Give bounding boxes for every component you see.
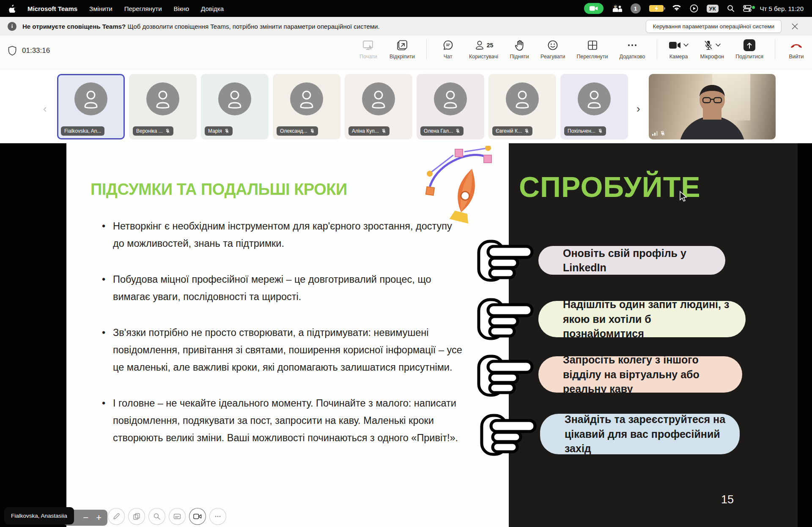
scroll-right-icon[interactable]: › xyxy=(636,102,640,115)
chevron-down-icon[interactable] xyxy=(683,43,689,47)
try-title: СПРОБУЙТЕ xyxy=(519,170,701,203)
slide-title: ПІДСУМКИ ТА ПОДАЛЬШІ КРОКИ xyxy=(91,180,347,199)
react-button[interactable]: Реагувати xyxy=(540,39,565,60)
participant-tile[interactable]: Олександ... xyxy=(273,74,340,139)
avatar xyxy=(290,82,323,115)
camera-in-use-indicator[interactable] xyxy=(584,3,604,14)
pointing-hand-icon xyxy=(474,350,537,401)
mic-muted-icon xyxy=(455,128,460,134)
shared-screen-stage: ПІДСУМКИ ТА ПОДАЛЬШІ КРОКИ Нетворкінг є … xyxy=(0,143,812,527)
participant-name: Fialkovska, An... xyxy=(64,128,101,134)
camera-button[interactable]: Камера xyxy=(669,39,689,60)
mic-muted-icon xyxy=(660,131,665,136)
info-icon: i xyxy=(8,22,16,31)
toolbar-divider xyxy=(775,39,775,60)
participant-tile[interactable]: Євгеній К... xyxy=(488,74,556,139)
pen-tool-button[interactable] xyxy=(108,508,125,525)
manage-os-settings-button[interactable]: Керування параметрами операційної систем… xyxy=(646,20,782,33)
unpin-button[interactable]: Відкріпити xyxy=(390,39,415,60)
play-circle-icon[interactable] xyxy=(690,4,698,13)
close-banner-icon[interactable] xyxy=(787,19,802,33)
notification-count-badge[interactable]: 1 xyxy=(631,3,641,14)
menu-help[interactable]: Довідка xyxy=(201,5,224,12)
camera-icon xyxy=(669,40,681,50)
meeting-timer: 01:33:16 xyxy=(22,46,50,55)
magnifier-button[interactable] xyxy=(148,508,165,525)
participant-name: Вероніка ... xyxy=(136,128,163,134)
mic-muted-icon xyxy=(225,128,229,134)
video-toggle-button[interactable] xyxy=(189,508,206,525)
participant-tile[interactable]: Вероніка ... xyxy=(129,74,197,139)
presenter-video-tile[interactable] xyxy=(649,74,776,139)
battery-charging-icon[interactable] xyxy=(649,5,664,12)
apple-logo-icon[interactable] xyxy=(8,4,16,13)
toolbar-divider xyxy=(657,39,657,60)
avatar xyxy=(362,82,395,115)
mic-muted-icon xyxy=(703,40,713,51)
participant-name: Аліна Куп... xyxy=(352,128,379,134)
participant-tile[interactable]: Олена Гал... xyxy=(417,74,484,139)
leave-button[interactable]: Вийти xyxy=(787,39,806,60)
meeting-toolbar: 01:33:16 Почати Відкріпити Чат xyxy=(0,35,812,69)
popout-icon xyxy=(396,39,408,52)
participants-button[interactable]: 25 Користувачі xyxy=(469,39,498,60)
participant-name: Олександ... xyxy=(280,128,307,134)
search-icon[interactable] xyxy=(727,5,735,12)
more-button[interactable]: Додатково xyxy=(620,39,645,60)
menu-view[interactable]: Переглянути xyxy=(124,5,162,12)
participant-tile[interactable]: Fialkovska, An... xyxy=(57,74,125,139)
screen-share-icon xyxy=(362,39,374,52)
copy-slides-button[interactable] xyxy=(128,508,145,525)
participant-name: Марія xyxy=(208,128,222,134)
raise-hand-button[interactable]: Підняти xyxy=(510,39,529,60)
mic-muted-icon xyxy=(598,128,603,134)
menubar-app-name[interactable]: Microsoft Teams xyxy=(27,5,77,12)
share-button[interactable]: Поділитися xyxy=(735,39,763,60)
microphone-button[interactable]: Мікрофон xyxy=(700,39,724,60)
slide-bullet: І головне – не чекайте ідеального момент… xyxy=(102,395,465,447)
menu-window[interactable]: Вікно xyxy=(174,5,189,12)
chat-icon xyxy=(442,39,454,52)
grid-view-icon xyxy=(587,39,598,52)
zoom-in-button[interactable]: + xyxy=(96,512,102,523)
participant-filmstrip: ‹ Fialkovska, An... Вероніка ... Марія xyxy=(0,69,812,143)
participant-name: Олена Гал... xyxy=(424,128,453,134)
participant-name: Похільчен... xyxy=(568,128,595,134)
slide-bullet: Нетворкінг є необхідним інструментом для… xyxy=(102,218,465,252)
pill-text: Запросіть колегу з іншого відділу на вір… xyxy=(563,352,730,396)
pointing-hand-icon xyxy=(474,235,537,286)
react-smiley-icon xyxy=(547,39,558,52)
slide-bullet-list: Нетворкінг є необхідним інструментом для… xyxy=(102,218,465,465)
chevron-down-icon[interactable] xyxy=(715,43,721,47)
banner-text: Не отримуєте сповіщень Teams? Щоб дозвол… xyxy=(22,23,380,30)
keyboard-layout-indicator[interactable]: УК xyxy=(707,5,719,13)
wifi-icon[interactable] xyxy=(672,5,681,12)
mic-muted-icon xyxy=(310,128,315,134)
toolbar-divider xyxy=(426,39,427,60)
avatar xyxy=(578,82,611,115)
zoom-out-button[interactable]: − xyxy=(83,512,88,523)
participant-tile[interactable]: Похільчен... xyxy=(560,74,628,139)
teams-status-icon[interactable]: T xyxy=(612,4,622,13)
avatar xyxy=(146,82,179,115)
menubar-clock[interactable]: Чт 5 бер. 11:20 xyxy=(760,5,804,12)
view-button[interactable]: Переглянути xyxy=(576,39,608,60)
banner-title: Не отримуєте сповіщень Teams? xyxy=(22,23,126,30)
slide-bullet: Побудова міцної професійної мережі – це … xyxy=(102,271,465,306)
network-bars-icon xyxy=(652,131,658,136)
shield-icon xyxy=(8,46,17,56)
scroll-left-icon[interactable]: ‹ xyxy=(43,102,47,115)
menu-edit[interactable]: Змінити xyxy=(89,5,112,12)
pointing-hand-icon xyxy=(477,410,540,460)
control-center-icon[interactable] xyxy=(743,5,752,12)
banner-message: Щоб дозволити сповіщення Teams, потрібно… xyxy=(127,23,379,30)
start-share-button[interactable]: Почати xyxy=(359,39,378,60)
avatar xyxy=(434,82,467,115)
slide-bullet: Зв'язки потрібно не просто створювати, а… xyxy=(102,324,465,376)
participant-tile[interactable]: Аліна Куп... xyxy=(345,74,412,139)
more-options-button[interactable] xyxy=(209,508,226,525)
captions-button[interactable] xyxy=(169,508,186,525)
presenter-name-label: Fialkovska, Anastasiia xyxy=(4,507,74,524)
participant-tile[interactable]: Марія xyxy=(201,74,269,139)
chat-button[interactable]: Чат xyxy=(438,39,458,60)
